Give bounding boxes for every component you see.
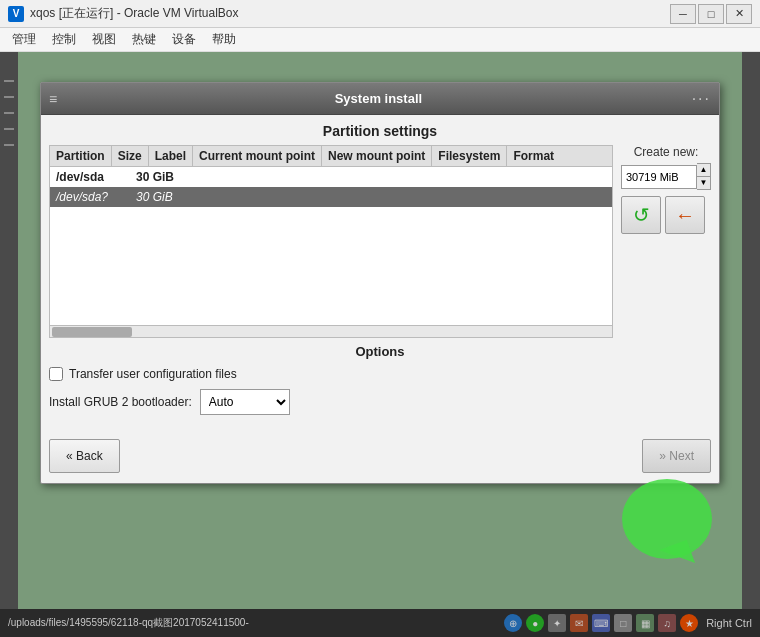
system-install-dialog: ≡ System install ··· Partition settings … — [40, 82, 720, 484]
section-title: Partition settings — [41, 115, 719, 145]
right-ctrl-label: Right Ctrl — [706, 617, 752, 629]
row1-size: 30 GiB — [136, 170, 196, 184]
grub-row: Install GRUB 2 bootloader: Auto None /de… — [49, 389, 711, 415]
table-row[interactable]: /dev/sda 30 GiB — [50, 167, 612, 187]
transfer-files-label: Transfer user configuration files — [69, 367, 237, 381]
tray-icon-7: ▦ — [636, 614, 654, 632]
menu-item-device[interactable]: 设备 — [164, 29, 204, 50]
row1-partition: /dev/sda — [56, 170, 136, 184]
titlebar: V xqos [正在运行] - Oracle VM VirtualBox ─ □… — [0, 0, 760, 28]
action-buttons: ↺ ← — [621, 196, 711, 234]
modal-titlebar-icon: ≡ — [49, 91, 57, 107]
desktop: ≡ System install ··· Partition settings … — [0, 52, 760, 637]
menu-item-view[interactable]: 视图 — [84, 29, 124, 50]
menu-item-manage[interactable]: 管理 — [4, 29, 44, 50]
size-input[interactable] — [621, 165, 697, 189]
back-button[interactable]: « Back — [49, 439, 120, 473]
partition-table[interactable]: /dev/sda 30 GiB /dev/sda? 30 GiB — [49, 166, 613, 326]
grub-label: Install GRUB 2 bootloader: — [49, 395, 192, 409]
col-filesystem: Filesystem — [432, 146, 507, 166]
row2-size: 30 GiB — [136, 190, 196, 204]
create-new-panel: Create new: ▲ ▼ ↺ — [621, 145, 711, 338]
grub-select[interactable]: Auto None /dev/sda — [200, 389, 290, 415]
col-new-mount: New mount point — [322, 146, 432, 166]
table-header: Partition Size Label Current mount point… — [49, 145, 613, 166]
vm-sidebar-right — [742, 52, 760, 637]
row2-partition: /dev/sda? — [56, 190, 136, 204]
back-arrow-button[interactable]: ← — [665, 196, 705, 234]
col-size: Size — [112, 146, 149, 166]
col-partition: Partition — [50, 146, 112, 166]
horizontal-scrollbar[interactable] — [49, 326, 613, 338]
app-icon: V — [8, 6, 24, 22]
tray-icon-3: ✦ — [548, 614, 566, 632]
table-row[interactable]: /dev/sda? 30 GiB — [50, 187, 612, 207]
menubar: 管理 控制 视图 热键 设备 帮助 — [0, 28, 760, 52]
size-input-row: ▲ ▼ — [621, 163, 711, 190]
tray-icon-8: ♫ — [658, 614, 676, 632]
back-arrow-icon: ← — [675, 204, 695, 227]
window-controls: ─ □ ✕ — [670, 4, 752, 24]
tray-icon-6: □ — [614, 614, 632, 632]
size-down-button[interactable]: ▼ — [697, 177, 710, 189]
tray-icon-1: ⊕ — [504, 614, 522, 632]
menu-item-control[interactable]: 控制 — [44, 29, 84, 50]
refresh-button[interactable]: ↺ — [621, 196, 661, 234]
transfer-files-checkbox[interactable] — [49, 367, 63, 381]
transfer-files-row: Transfer user configuration files — [49, 367, 711, 381]
modal-titlebar-dots: ··· — [692, 90, 711, 108]
col-current-mount: Current mount point — [193, 146, 322, 166]
tray-icon-5: ⌨ — [592, 614, 610, 632]
maximize-button[interactable]: □ — [698, 4, 724, 24]
tray-icon-9: ★ — [680, 614, 698, 632]
tray-icon-2: ● — [526, 614, 544, 632]
refresh-icon: ↺ — [633, 203, 650, 227]
menu-item-help[interactable]: 帮助 — [204, 29, 244, 50]
next-button[interactable]: » Next — [642, 439, 711, 473]
vm-sidebar-left — [0, 52, 18, 637]
modal-title: System install — [65, 91, 691, 106]
statusbar: /uploads/files/1495595/62118-qq截图2017052… — [0, 609, 760, 637]
partition-table-container: Partition Size Label Current mount point… — [49, 145, 613, 338]
modal-titlebar: ≡ System install ··· — [41, 83, 719, 115]
bottom-buttons: « Back » Next — [41, 433, 719, 483]
size-up-button[interactable]: ▲ — [697, 164, 710, 176]
tray-icon-4: ✉ — [570, 614, 588, 632]
create-new-label: Create new: — [621, 145, 711, 159]
vm-display: ≡ System install ··· Partition settings … — [18, 52, 742, 609]
window-title: xqos [正在运行] - Oracle VM VirtualBox — [30, 5, 670, 22]
minimize-button[interactable]: ─ — [670, 4, 696, 24]
status-text: /uploads/files/1495595/62118-qq截图2017052… — [8, 616, 249, 630]
scrollbar-thumb — [52, 327, 132, 337]
options-section: Options Transfer user configuration file… — [41, 338, 719, 433]
size-spinner: ▲ ▼ — [697, 163, 711, 190]
col-label: Label — [149, 146, 193, 166]
options-title: Options — [49, 344, 711, 359]
close-button[interactable]: ✕ — [726, 4, 752, 24]
menu-item-hotkey[interactable]: 热键 — [124, 29, 164, 50]
col-format: Format — [507, 146, 560, 166]
tray-icons: ⊕ ● ✦ ✉ ⌨ □ ▦ ♫ ★ Right Ctrl — [504, 614, 752, 632]
